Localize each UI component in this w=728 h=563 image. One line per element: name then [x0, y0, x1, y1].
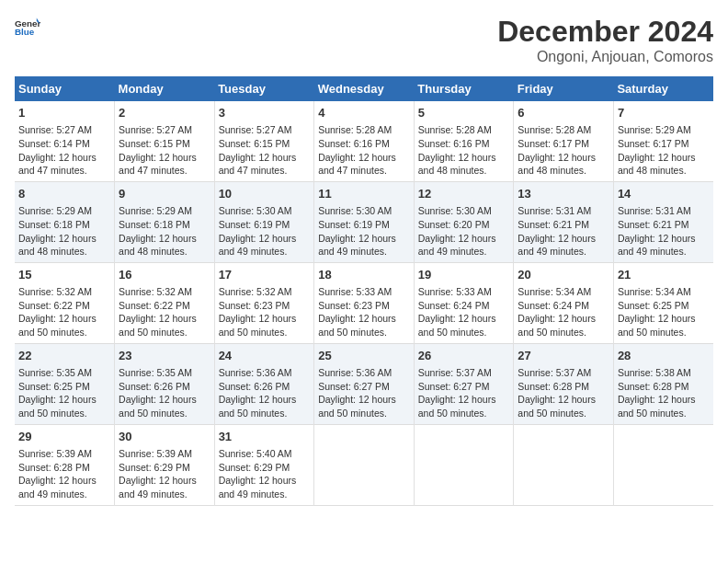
day-number: 18: [318, 267, 410, 283]
sunset-label: Sunset: 6:19 PM: [318, 219, 390, 230]
sunset-label: Sunset: 6:28 PM: [618, 381, 689, 392]
header-row: SundayMondayTuesdayWednesdayThursdayFrid…: [15, 76, 713, 101]
daylight-label: Daylight: 12 hours: [318, 233, 396, 244]
sunrise-label: Sunrise: 5:29 AM: [18, 205, 92, 216]
calendar-table: SundayMondayTuesdayWednesdayThursdayFrid…: [15, 76, 713, 506]
sunrise-label: Sunrise: 5:37 AM: [518, 367, 591, 378]
calendar-cell: 18Sunrise: 5:33 AMSunset: 6:23 PMDayligh…: [314, 262, 415, 343]
calendar-cell: 12Sunrise: 5:30 AMSunset: 6:20 PMDayligh…: [414, 181, 514, 262]
day-number: 15: [18, 267, 110, 283]
logo-icon: General Blue: [15, 15, 40, 40]
daylight-label: Daylight: 12 hours: [219, 313, 297, 324]
daylight-minutes: and 49 minutes.: [318, 246, 387, 257]
sunrise-label: Sunrise: 5:37 AM: [418, 367, 492, 378]
sunrise-label: Sunrise: 5:29 AM: [618, 124, 691, 135]
daylight-label: Daylight: 12 hours: [418, 313, 496, 324]
sunset-label: Sunset: 6:22 PM: [18, 300, 90, 311]
daylight-minutes: and 49 minutes.: [618, 246, 687, 257]
daylight-label: Daylight: 12 hours: [119, 475, 197, 486]
daylight-minutes: and 47 minutes.: [219, 165, 288, 176]
calendar-cell: 2Sunrise: 5:27 AMSunset: 6:15 PMDaylight…: [115, 101, 215, 181]
daylight-minutes: and 50 minutes.: [518, 327, 586, 338]
sunset-label: Sunset: 6:15 PM: [119, 138, 190, 149]
daylight-label: Daylight: 12 hours: [18, 152, 97, 163]
daylight-label: Daylight: 12 hours: [219, 475, 297, 486]
day-number: 21: [618, 267, 710, 283]
sunrise-label: Sunrise: 5:32 AM: [119, 286, 192, 297]
sunrise-label: Sunrise: 5:32 AM: [18, 286, 92, 297]
sunrise-label: Sunrise: 5:30 AM: [318, 205, 392, 216]
daylight-minutes: and 47 minutes.: [18, 165, 87, 176]
day-number: 11: [318, 186, 410, 202]
day-number: 8: [18, 186, 110, 202]
sunrise-label: Sunrise: 5:39 AM: [18, 448, 92, 459]
daylight-label: Daylight: 12 hours: [418, 394, 496, 405]
calendar-cell: 28Sunrise: 5:38 AMSunset: 6:28 PMDayligh…: [613, 343, 713, 424]
daylight-label: Daylight: 12 hours: [318, 394, 396, 405]
daylight-minutes: and 48 minutes.: [618, 165, 687, 176]
day-number: 25: [318, 348, 410, 364]
sunrise-label: Sunrise: 5:34 AM: [518, 286, 591, 297]
calendar-cell: 9Sunrise: 5:29 AMSunset: 6:18 PMDaylight…: [115, 181, 215, 262]
page-title: December 2024: [497, 15, 713, 49]
weekday-header-friday: Friday: [514, 76, 614, 101]
weekday-header-wednesday: Wednesday: [314, 76, 415, 101]
calendar-week-4: 22Sunrise: 5:35 AMSunset: 6:25 PMDayligh…: [15, 343, 713, 424]
daylight-label: Daylight: 12 hours: [418, 152, 496, 163]
day-number: 5: [418, 105, 510, 121]
daylight-minutes: and 48 minutes.: [119, 246, 188, 257]
daylight-minutes: and 49 minutes.: [219, 246, 288, 257]
daylight-minutes: and 50 minutes.: [219, 327, 288, 338]
calendar-cell: 11Sunrise: 5:30 AMSunset: 6:19 PMDayligh…: [314, 181, 415, 262]
sunrise-label: Sunrise: 5:28 AM: [318, 124, 392, 135]
sunrise-label: Sunrise: 5:27 AM: [18, 124, 92, 135]
sunset-label: Sunset: 6:18 PM: [119, 219, 190, 230]
sunset-label: Sunset: 6:14 PM: [18, 138, 90, 149]
day-number: 12: [418, 186, 510, 202]
day-number: 28: [618, 348, 710, 364]
daylight-minutes: and 50 minutes.: [518, 408, 586, 419]
calendar-cell: 20Sunrise: 5:34 AMSunset: 6:24 PMDayligh…: [514, 262, 614, 343]
weekday-header-tuesday: Tuesday: [214, 76, 314, 101]
day-number: 17: [219, 267, 311, 283]
calendar-cell: 15Sunrise: 5:32 AMSunset: 6:22 PMDayligh…: [15, 262, 115, 343]
sunrise-label: Sunrise: 5:32 AM: [219, 286, 292, 297]
sunset-label: Sunset: 6:27 PM: [318, 381, 390, 392]
calendar-cell: [414, 424, 514, 505]
calendar-cell: 14Sunrise: 5:31 AMSunset: 6:21 PMDayligh…: [613, 181, 713, 262]
daylight-minutes: and 48 minutes.: [18, 246, 87, 257]
sunrise-label: Sunrise: 5:33 AM: [418, 286, 492, 297]
calendar-cell: 27Sunrise: 5:37 AMSunset: 6:28 PMDayligh…: [514, 343, 614, 424]
day-number: 29: [18, 429, 110, 445]
daylight-minutes: and 48 minutes.: [518, 165, 586, 176]
page-subtitle: Ongoni, Anjouan, Comoros: [497, 49, 713, 65]
sunset-label: Sunset: 6:21 PM: [618, 219, 689, 230]
daylight-minutes: and 49 minutes.: [418, 246, 487, 257]
daylight-label: Daylight: 12 hours: [518, 152, 596, 163]
calendar-cell: [613, 424, 713, 505]
calendar-cell: 19Sunrise: 5:33 AMSunset: 6:24 PMDayligh…: [414, 262, 514, 343]
weekday-header-thursday: Thursday: [414, 76, 514, 101]
daylight-label: Daylight: 12 hours: [518, 233, 596, 244]
calendar-cell: 4Sunrise: 5:28 AMSunset: 6:16 PMDaylight…: [314, 101, 415, 181]
daylight-minutes: and 50 minutes.: [418, 408, 487, 419]
sunrise-label: Sunrise: 5:35 AM: [119, 367, 192, 378]
sunset-label: Sunset: 6:29 PM: [219, 462, 290, 473]
sunset-label: Sunset: 6:29 PM: [119, 462, 190, 473]
weekday-header-monday: Monday: [115, 76, 215, 101]
sunset-label: Sunset: 6:24 PM: [518, 300, 589, 311]
sunset-label: Sunset: 6:21 PM: [518, 219, 589, 230]
sunrise-label: Sunrise: 5:38 AM: [618, 367, 691, 378]
sunset-label: Sunset: 6:22 PM: [119, 300, 190, 311]
daylight-minutes: and 50 minutes.: [318, 408, 387, 419]
daylight-label: Daylight: 12 hours: [18, 313, 97, 324]
sunset-label: Sunset: 6:27 PM: [418, 381, 490, 392]
sunset-label: Sunset: 6:23 PM: [318, 300, 390, 311]
sunrise-label: Sunrise: 5:34 AM: [618, 286, 691, 297]
sunset-label: Sunset: 6:25 PM: [18, 381, 90, 392]
title-area: December 2024 Ongoni, Anjouan, Comoros: [497, 15, 713, 65]
daylight-minutes: and 47 minutes.: [318, 165, 387, 176]
sunset-label: Sunset: 6:18 PM: [18, 219, 90, 230]
calendar-cell: 10Sunrise: 5:30 AMSunset: 6:19 PMDayligh…: [214, 181, 314, 262]
calendar-cell: [314, 424, 415, 505]
